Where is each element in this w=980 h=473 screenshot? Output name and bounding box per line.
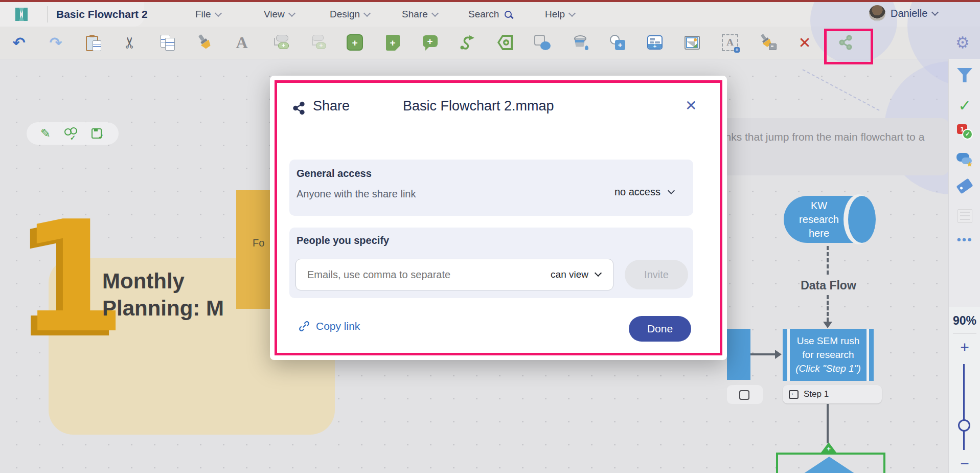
share-dialog: Share Basic Flowchart 2.mmap ✕ General a… bbox=[270, 76, 727, 360]
collaborators-synced-icon: ✓ bbox=[64, 127, 78, 140]
permission-value: can view bbox=[551, 269, 588, 280]
zoom-out-button[interactable]: − bbox=[949, 455, 980, 472]
add-sibling-topic-icon[interactable]: + bbox=[267, 28, 294, 57]
add-child-topic-icon[interactable]: + bbox=[304, 28, 331, 57]
general-access-panel: General access Anyone with the share lin… bbox=[289, 160, 693, 216]
format-painter-icon[interactable] bbox=[191, 28, 218, 57]
process-label: Use SEM rush for research (Click "Step 1… bbox=[783, 334, 874, 375]
cylinder-label[interactable]: KW research here bbox=[785, 199, 853, 240]
menu-design-label: Design bbox=[330, 9, 360, 20]
process-shape[interactable]: Use SEM rush for research (Click "Step 1… bbox=[783, 329, 874, 381]
section-title-line2: Planning: M bbox=[102, 295, 224, 322]
delete-icon[interactable]: ✕ bbox=[791, 28, 818, 57]
connector-label[interactable]: Data Flow bbox=[791, 279, 865, 292]
font-icon[interactable]: A bbox=[228, 28, 256, 57]
menu-design[interactable]: Design bbox=[330, 9, 370, 20]
avatar bbox=[869, 5, 885, 21]
tasks-check-icon[interactable]: ✓ bbox=[949, 97, 980, 115]
shapes-icon[interactable] bbox=[529, 28, 556, 57]
menu-view-label: View bbox=[264, 9, 285, 20]
new-relationship-icon[interactable] bbox=[453, 28, 481, 57]
share-icon[interactable] bbox=[832, 28, 859, 57]
more-options-icon[interactable]: ••• bbox=[949, 233, 980, 247]
process-label-l3: (Click "Step 1") bbox=[783, 362, 874, 375]
menu-view[interactable]: View bbox=[264, 9, 294, 20]
user-menu[interactable]: Danielle bbox=[869, 5, 938, 21]
cut-icon[interactable]: ✂ bbox=[116, 28, 144, 57]
menu-share[interactable]: Share bbox=[402, 9, 438, 20]
menu-help-label: Help bbox=[545, 9, 565, 20]
chevron-down-icon bbox=[215, 9, 222, 16]
header-divider bbox=[47, 6, 48, 22]
undo-icon[interactable]: ↶ bbox=[5, 28, 33, 57]
zoom-in-button[interactable]: + bbox=[949, 339, 980, 356]
paste-icon[interactable] bbox=[79, 28, 107, 57]
zoom-divider bbox=[953, 333, 976, 334]
done-button[interactable]: Done bbox=[629, 316, 691, 342]
general-access-dropdown[interactable]: no access bbox=[614, 186, 674, 198]
menu-search[interactable]: Search bbox=[468, 9, 512, 20]
step-link-pill[interactable]: Step 1 bbox=[783, 385, 882, 403]
partial-process-shape[interactable] bbox=[727, 329, 750, 380]
chevron-down-icon bbox=[431, 9, 439, 16]
close-icon[interactable]: ✕ bbox=[685, 97, 697, 114]
people-heading: People you specify bbox=[297, 235, 389, 246]
notifications-badge-icon[interactable]: 1 ✓ bbox=[949, 124, 980, 140]
settings-gear-icon[interactable]: ⚙ bbox=[949, 28, 976, 57]
decor-dashed-line bbox=[802, 69, 879, 111]
new-comment-icon[interactable]: + bbox=[416, 28, 444, 57]
add-topic-handle-top[interactable]: + bbox=[821, 442, 836, 453]
copy-link-button[interactable]: Copy link bbox=[299, 320, 360, 332]
new-shape-icon[interactable]: + bbox=[604, 28, 631, 57]
menu-share-label: Share bbox=[402, 9, 428, 20]
chevron-down-icon bbox=[363, 9, 371, 16]
arrowhead-down-icon bbox=[823, 322, 832, 328]
filter-icon[interactable] bbox=[949, 68, 980, 82]
dashed-connector-bottom bbox=[827, 295, 829, 322]
connector-vertical bbox=[827, 404, 829, 443]
tags-icon[interactable] bbox=[949, 182, 980, 191]
redo-icon[interactable]: ↷ bbox=[42, 28, 70, 57]
fill-color-icon[interactable] bbox=[566, 28, 594, 57]
save-synced-icon: ✓ bbox=[92, 127, 105, 140]
process-label-l1: Use SEM rush bbox=[783, 334, 874, 348]
chevron-down-icon bbox=[595, 269, 602, 277]
new-boundary-icon[interactable]: + bbox=[491, 28, 519, 57]
insert-text-box-icon[interactable]: A + bbox=[716, 28, 744, 57]
style-stamp-icon[interactable] bbox=[754, 28, 781, 57]
menu-file[interactable]: File bbox=[195, 9, 221, 20]
app-logo[interactable] bbox=[13, 6, 30, 22]
copy-icon[interactable] bbox=[154, 28, 181, 57]
search-icon bbox=[505, 11, 512, 18]
link-icon bbox=[299, 321, 310, 332]
autosave-status-pill: ✎ ✓ ✓ bbox=[27, 122, 119, 145]
general-access-heading: General access bbox=[297, 168, 372, 179]
sticky-note-text: Fo bbox=[253, 237, 264, 249]
connector-horizontal bbox=[750, 353, 776, 355]
zoom-slider-handle[interactable] bbox=[958, 419, 970, 432]
comments-icon[interactable]: ★ bbox=[949, 153, 980, 167]
new-topic-icon[interactable]: + bbox=[341, 28, 369, 57]
menu-help[interactable]: Help bbox=[545, 9, 575, 20]
zoom-slider-track[interactable] bbox=[963, 364, 965, 450]
step-link-label: Step 1 bbox=[804, 389, 829, 399]
user-name: Danielle bbox=[891, 8, 927, 19]
permission-dropdown[interactable]: can view bbox=[551, 269, 613, 280]
outline-list-icon[interactable] bbox=[949, 209, 980, 223]
insert-image-icon[interactable] bbox=[678, 28, 706, 57]
section-title[interactable]: Monthly Planning: M bbox=[102, 267, 224, 322]
chevron-down-icon bbox=[668, 187, 675, 194]
chevron-down-icon bbox=[288, 9, 295, 16]
new-table-icon[interactable]: + bbox=[641, 28, 669, 57]
jump-to-icon bbox=[789, 390, 799, 399]
partial-step-pill[interactable] bbox=[727, 385, 763, 404]
email-input[interactable] bbox=[296, 269, 551, 281]
process-label-l2: for research bbox=[783, 348, 874, 362]
section-title-line1: Monthly bbox=[102, 267, 224, 295]
new-note-icon[interactable]: + bbox=[379, 28, 406, 57]
header-bar: Basic Flowchart 2 File View Design Share… bbox=[0, 2, 980, 27]
document-title[interactable]: Basic Flowchart 2 bbox=[56, 8, 148, 20]
invite-button[interactable]: Invite bbox=[625, 260, 688, 289]
dashed-connector-top bbox=[827, 246, 829, 275]
dialog-filename: Basic Flowchart 2.mmap bbox=[403, 98, 554, 114]
